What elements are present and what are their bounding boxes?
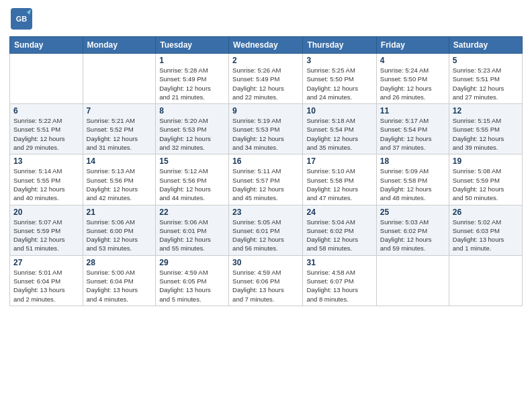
logo: GB	[9, 7, 36, 31]
calendar-cell-0-2: 1Sunrise: 5:28 AM Sunset: 5:49 PM Daylig…	[156, 54, 229, 104]
calendar-cell-4-3: 30Sunrise: 4:59 AM Sunset: 6:06 PM Dayli…	[229, 255, 303, 306]
day-info: Sunrise: 5:23 AM Sunset: 5:51 PM Dayligh…	[453, 66, 519, 101]
calendar-col-wednesday: Wednesday	[229, 37, 303, 54]
day-number: 6	[13, 106, 79, 116]
header: GB	[9, 7, 523, 31]
day-info: Sunrise: 5:06 AM Sunset: 6:01 PM Dayligh…	[159, 218, 225, 253]
day-number: 11	[380, 106, 445, 116]
day-number: 20	[13, 208, 79, 217]
calendar-col-tuesday: Tuesday	[156, 37, 229, 54]
calendar-cell-2-5: 18Sunrise: 5:09 AM Sunset: 5:58 PM Dayli…	[376, 154, 449, 205]
day-info: Sunrise: 5:11 AM Sunset: 5:57 PM Dayligh…	[232, 167, 299, 202]
day-info: Sunrise: 5:15 AM Sunset: 5:55 PM Dayligh…	[453, 116, 519, 152]
day-info: Sunrise: 5:22 AM Sunset: 5:51 PM Dayligh…	[13, 116, 79, 152]
day-info: Sunrise: 5:28 AM Sunset: 5:49 PM Dayligh…	[159, 66, 225, 101]
calendar-col-saturday: Saturday	[449, 37, 522, 54]
day-info: Sunrise: 5:06 AM Sunset: 6:00 PM Dayligh…	[87, 218, 152, 253]
day-number: 2	[232, 56, 299, 65]
calendar-week-5: 27Sunrise: 5:01 AM Sunset: 6:04 PM Dayli…	[10, 255, 523, 306]
calendar-cell-4-5	[376, 255, 449, 306]
calendar-week-3: 13Sunrise: 5:14 AM Sunset: 5:55 PM Dayli…	[10, 154, 523, 205]
day-number: 26	[453, 208, 519, 217]
calendar-cell-3-2: 22Sunrise: 5:06 AM Sunset: 6:01 PM Dayli…	[156, 205, 229, 255]
calendar-cell-2-0: 13Sunrise: 5:14 AM Sunset: 5:55 PM Dayli…	[10, 154, 83, 205]
day-info: Sunrise: 5:17 AM Sunset: 5:54 PM Dayligh…	[380, 116, 445, 152]
calendar-col-friday: Friday	[376, 37, 449, 54]
calendar-cell-3-3: 23Sunrise: 5:05 AM Sunset: 6:01 PM Dayli…	[229, 205, 303, 255]
calendar-cell-3-6: 26Sunrise: 5:02 AM Sunset: 6:03 PM Dayli…	[449, 205, 522, 255]
day-info: Sunrise: 5:09 AM Sunset: 5:58 PM Dayligh…	[380, 167, 445, 202]
day-info: Sunrise: 5:03 AM Sunset: 6:02 PM Dayligh…	[380, 218, 445, 253]
calendar-cell-0-6: 5Sunrise: 5:23 AM Sunset: 5:51 PM Daylig…	[449, 54, 522, 104]
calendar-week-2: 6Sunrise: 5:22 AM Sunset: 5:51 PM Daylig…	[10, 104, 523, 154]
day-number: 9	[232, 106, 299, 116]
calendar-cell-0-1	[83, 54, 156, 104]
calendar-cell-0-4: 3Sunrise: 5:25 AM Sunset: 5:50 PM Daylig…	[303, 54, 376, 104]
day-info: Sunrise: 5:24 AM Sunset: 5:50 PM Dayligh…	[380, 66, 445, 101]
day-info: Sunrise: 5:19 AM Sunset: 5:53 PM Dayligh…	[232, 116, 299, 152]
day-info: Sunrise: 4:59 AM Sunset: 6:05 PM Dayligh…	[159, 268, 225, 304]
day-info: Sunrise: 5:07 AM Sunset: 5:59 PM Dayligh…	[13, 218, 79, 253]
day-number: 15	[159, 156, 225, 166]
calendar-cell-3-5: 25Sunrise: 5:03 AM Sunset: 6:02 PM Dayli…	[376, 205, 449, 255]
calendar-cell-2-6: 19Sunrise: 5:08 AM Sunset: 5:59 PM Dayli…	[449, 154, 522, 205]
logo-icon: GB	[9, 7, 34, 31]
calendar-cell-1-4: 10Sunrise: 5:18 AM Sunset: 5:54 PM Dayli…	[303, 104, 376, 154]
calendar: SundayMondayTuesdayWednesdayThursdayFrid…	[9, 36, 523, 306]
day-number: 23	[232, 208, 299, 217]
day-info: Sunrise: 5:02 AM Sunset: 6:03 PM Dayligh…	[453, 218, 519, 253]
calendar-cell-2-1: 14Sunrise: 5:13 AM Sunset: 5:56 PM Dayli…	[83, 154, 156, 205]
day-number: 8	[159, 106, 225, 116]
day-info: Sunrise: 5:18 AM Sunset: 5:54 PM Dayligh…	[306, 116, 372, 152]
day-number: 12	[453, 106, 519, 116]
day-number: 27	[13, 258, 79, 267]
day-number: 22	[159, 208, 225, 217]
day-number: 10	[306, 106, 372, 116]
day-number: 30	[232, 258, 299, 267]
day-number: 25	[380, 208, 445, 217]
calendar-cell-0-5: 4Sunrise: 5:24 AM Sunset: 5:50 PM Daylig…	[376, 54, 449, 104]
day-info: Sunrise: 5:25 AM Sunset: 5:50 PM Dayligh…	[306, 66, 372, 101]
calendar-cell-4-1: 28Sunrise: 5:00 AM Sunset: 6:04 PM Dayli…	[83, 255, 156, 306]
calendar-col-monday: Monday	[83, 37, 156, 54]
calendar-cell-4-4: 31Sunrise: 4:58 AM Sunset: 6:07 PM Dayli…	[303, 255, 376, 306]
day-number: 21	[87, 208, 152, 217]
day-number: 5	[453, 56, 519, 65]
calendar-cell-0-3: 2Sunrise: 5:26 AM Sunset: 5:49 PM Daylig…	[229, 54, 303, 104]
day-info: Sunrise: 5:13 AM Sunset: 5:56 PM Dayligh…	[87, 167, 152, 202]
day-info: Sunrise: 5:26 AM Sunset: 5:49 PM Dayligh…	[232, 66, 299, 101]
calendar-cell-1-5: 11Sunrise: 5:17 AM Sunset: 5:54 PM Dayli…	[376, 104, 449, 154]
calendar-col-thursday: Thursday	[303, 37, 376, 54]
calendar-cell-3-4: 24Sunrise: 5:04 AM Sunset: 6:02 PM Dayli…	[303, 205, 376, 255]
day-number: 31	[306, 258, 372, 267]
day-number: 4	[380, 56, 445, 65]
calendar-cell-2-2: 15Sunrise: 5:12 AM Sunset: 5:56 PM Dayli…	[156, 154, 229, 205]
calendar-cell-4-6	[449, 255, 522, 306]
calendar-cell-2-3: 16Sunrise: 5:11 AM Sunset: 5:57 PM Dayli…	[229, 154, 303, 205]
calendar-col-sunday: Sunday	[10, 37, 83, 54]
calendar-week-4: 20Sunrise: 5:07 AM Sunset: 5:59 PM Dayli…	[10, 205, 523, 255]
calendar-week-1: 1Sunrise: 5:28 AM Sunset: 5:49 PM Daylig…	[10, 54, 523, 104]
day-number: 29	[159, 258, 225, 267]
day-info: Sunrise: 5:14 AM Sunset: 5:55 PM Dayligh…	[13, 167, 79, 202]
calendar-header-row: SundayMondayTuesdayWednesdayThursdayFrid…	[10, 37, 523, 54]
day-number: 3	[306, 56, 372, 65]
day-info: Sunrise: 5:04 AM Sunset: 6:02 PM Dayligh…	[306, 218, 372, 253]
day-info: Sunrise: 4:58 AM Sunset: 6:07 PM Dayligh…	[306, 268, 372, 304]
day-info: Sunrise: 5:21 AM Sunset: 5:52 PM Dayligh…	[87, 116, 152, 152]
day-info: Sunrise: 5:01 AM Sunset: 6:04 PM Dayligh…	[13, 268, 79, 304]
calendar-cell-1-0: 6Sunrise: 5:22 AM Sunset: 5:51 PM Daylig…	[10, 104, 83, 154]
svg-text:GB: GB	[16, 15, 28, 23]
day-number: 16	[232, 156, 299, 166]
calendar-cell-0-0	[10, 54, 83, 104]
calendar-cell-3-0: 20Sunrise: 5:07 AM Sunset: 5:59 PM Dayli…	[10, 205, 83, 255]
day-number: 17	[306, 156, 372, 166]
calendar-cell-4-2: 29Sunrise: 4:59 AM Sunset: 6:05 PM Dayli…	[156, 255, 229, 306]
day-info: Sunrise: 5:10 AM Sunset: 5:58 PM Dayligh…	[306, 167, 372, 202]
calendar-cell-2-4: 17Sunrise: 5:10 AM Sunset: 5:58 PM Dayli…	[303, 154, 376, 205]
day-number: 1	[159, 56, 225, 65]
day-number: 24	[306, 208, 372, 217]
day-number: 18	[380, 156, 445, 166]
day-info: Sunrise: 5:00 AM Sunset: 6:04 PM Dayligh…	[87, 268, 152, 304]
day-info: Sunrise: 5:12 AM Sunset: 5:56 PM Dayligh…	[159, 167, 225, 202]
